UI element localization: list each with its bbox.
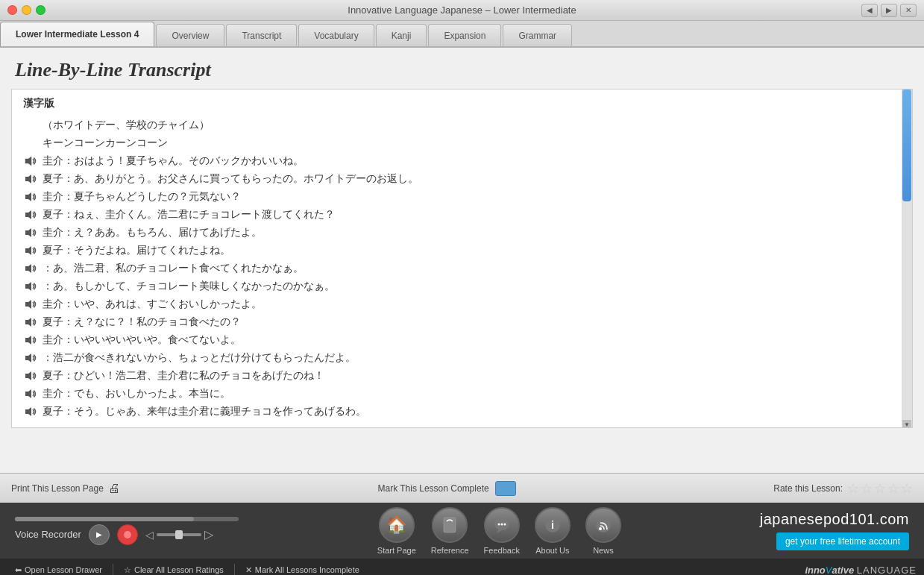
mark-incomplete-button[interactable]: ✕ Mark All Lessons Incomplete bbox=[238, 563, 367, 576]
tab-lesson[interactable]: Lower Intermediate Lesson 4 bbox=[0, 22, 154, 46]
tab-kanji[interactable]: Kanji bbox=[376, 24, 427, 46]
list-item: 圭介：いや、あれは、すごくおいしかったよ。 bbox=[23, 295, 901, 313]
star-clear-icon: ☆ bbox=[124, 565, 131, 575]
clear-ratings-button[interactable]: ☆ Clear All Lesson Ratings bbox=[116, 563, 231, 576]
speaker-icon[interactable] bbox=[23, 263, 38, 274]
svg-point-22 bbox=[599, 527, 602, 530]
action-bar: Print This Lesson Page 🖨 Mark This Lesso… bbox=[0, 473, 924, 503]
list-item: 圭介：夏子ちゃんどうしたの？元気ない？ bbox=[23, 188, 901, 206]
speaker-icon[interactable] bbox=[23, 173, 38, 185]
tab-grammar[interactable]: Grammar bbox=[503, 24, 572, 46]
volume-thumb[interactable] bbox=[175, 530, 183, 539]
svg-text:i: i bbox=[551, 519, 554, 531]
print-button[interactable]: Print This Lesson Page 🖨 bbox=[11, 482, 120, 495]
svg-marker-10 bbox=[25, 336, 31, 345]
list-item: 夏子：そうだよね。届けてくれたよね。 bbox=[23, 242, 901, 260]
star-1[interactable]: ☆ bbox=[847, 480, 859, 497]
close-btn[interactable] bbox=[7, 5, 17, 15]
speaker-icon[interactable] bbox=[23, 155, 38, 167]
info-icon: i bbox=[535, 507, 571, 543]
svg-marker-8 bbox=[25, 300, 31, 309]
star-2[interactable]: ☆ bbox=[861, 480, 873, 497]
star-3[interactable]: ☆ bbox=[874, 480, 886, 497]
transcript-area: 漢字版 （ホワイトデー、学校のチャイム） キーンコーンカーンコーン 圭介：おはよ bbox=[11, 89, 913, 428]
list-item: ：あ、もしかして、チョコレート美味しくなかったのかなぁ。 bbox=[23, 277, 901, 295]
printer-icon: 🖨 bbox=[108, 482, 120, 495]
list-item: 夏子：あ、ありがとう。お父さんに買ってもらったの。ホワイトデーのお返し。 bbox=[23, 170, 901, 188]
list-item: （ホワイトデー、学校のチャイム） bbox=[23, 116, 901, 134]
speaker-icon[interactable] bbox=[23, 209, 38, 221]
volume-track[interactable] bbox=[157, 533, 201, 536]
list-item: 圭介：でも、おいしかったよ。本当に。 bbox=[23, 385, 901, 403]
maximize-btn[interactable] bbox=[36, 5, 45, 15]
speaker-icon[interactable] bbox=[23, 370, 38, 382]
list-item: 夏子：ひどい！浩二君、圭介君に私のチョコをあげたのね！ bbox=[23, 367, 901, 385]
nav-about-us[interactable]: i About Us bbox=[535, 507, 571, 555]
nav-news[interactable]: News bbox=[585, 507, 621, 555]
speaker-icon[interactable] bbox=[23, 298, 38, 310]
forward-button[interactable]: ▶ bbox=[881, 4, 897, 17]
list-item: キーンコーンカーンコーン bbox=[23, 134, 901, 152]
speaker-icon[interactable] bbox=[23, 280, 38, 292]
record-button[interactable] bbox=[117, 524, 138, 545]
list-item: 夏子：ねぇ、圭介くん。浩二君にチョコレート渡してくれた？ bbox=[23, 206, 901, 224]
record-dot bbox=[124, 531, 131, 538]
nav-feedback[interactable]: Feedback bbox=[484, 507, 520, 555]
scrollbar[interactable]: ▲ ▼ bbox=[902, 89, 912, 428]
play-button[interactable]: ▶ bbox=[89, 524, 110, 545]
logo-text: innoVative LANGUAGE bbox=[805, 565, 917, 576]
tab-transcript[interactable]: Transcript bbox=[226, 24, 297, 46]
svg-point-16 bbox=[497, 523, 500, 525]
speaker-icon[interactable] bbox=[23, 406, 38, 418]
navigation-buttons: ◀ ▶ ✕ bbox=[861, 4, 917, 17]
tab-vocabulary[interactable]: Vocabulary bbox=[298, 24, 374, 46]
svg-marker-13 bbox=[25, 389, 31, 398]
svg-marker-2 bbox=[25, 192, 31, 201]
tab-overview[interactable]: Overview bbox=[156, 24, 224, 46]
tab-expansion[interactable]: Expansion bbox=[428, 24, 501, 46]
svg-marker-11 bbox=[25, 354, 31, 362]
scroll-thumb[interactable] bbox=[902, 89, 911, 201]
svg-marker-9 bbox=[25, 318, 31, 327]
innovative-logo: innoVative LANGUAGE bbox=[805, 565, 917, 576]
player-right: japanesepod101.com get your free lifetim… bbox=[760, 511, 909, 550]
voice-recorder: Voice Recorder ▶ ◁ ▷ bbox=[15, 517, 239, 545]
free-account-button[interactable]: get your free lifetime account bbox=[776, 532, 909, 550]
voice-recorder-label: Voice Recorder bbox=[15, 529, 81, 540]
star-5[interactable]: ☆ bbox=[901, 480, 913, 497]
star-4[interactable]: ☆ bbox=[887, 480, 899, 497]
star-rating[interactable]: ☆ ☆ ☆ ☆ ☆ bbox=[847, 480, 913, 497]
footer-bar: ⬅ Open Lesson Drawer ☆ Clear All Lesson … bbox=[0, 559, 924, 575]
speaker-icon[interactable] bbox=[23, 352, 38, 364]
close-window-button[interactable]: ✕ bbox=[900, 4, 917, 17]
speaker-icon[interactable] bbox=[23, 245, 38, 257]
mark-complete-label: Mark This Lesson Complete bbox=[377, 483, 488, 494]
speaker-icon[interactable] bbox=[23, 316, 38, 328]
print-label: Print This Lesson Page bbox=[11, 483, 104, 494]
minimize-btn[interactable] bbox=[22, 5, 31, 15]
rate-label: Rate this Lesson: bbox=[773, 483, 843, 494]
window-controls bbox=[7, 5, 45, 15]
title-bar: Innovative Language Japanese – Lower Int… bbox=[0, 0, 924, 21]
tab-bar: Lower Intermediate Lesson 4 Overview Tra… bbox=[0, 21, 924, 48]
speaker-icon[interactable] bbox=[23, 191, 38, 203]
audio-progress-bar[interactable] bbox=[15, 517, 239, 521]
speaker-icon[interactable] bbox=[23, 334, 38, 346]
speaker-icon[interactable] bbox=[23, 388, 38, 400]
click-listen-link[interactable]: Click here to listen to the entire conve… bbox=[23, 421, 901, 428]
list-item: ：浩二が食べきれないから、ちょっとだけ分けてもらったんだよ。 bbox=[23, 349, 901, 367]
scroll-down[interactable]: ▼ bbox=[902, 420, 911, 428]
rate-section: Rate this Lesson: ☆ ☆ ☆ ☆ ☆ bbox=[773, 480, 913, 497]
list-item: 夏子：そう。じゃあ、来年は圭介君に義理チョコを作ってあげるわ。 bbox=[23, 403, 901, 421]
nav-start-page[interactable]: 🏠 Start Page bbox=[377, 507, 416, 555]
back-button[interactable]: ◀ bbox=[861, 4, 878, 17]
footer-left: ⬅ Open Lesson Drawer ☆ Clear All Lesson … bbox=[7, 563, 367, 576]
open-drawer-button[interactable]: ⬅ Open Lesson Drawer bbox=[7, 563, 110, 576]
speaker-icon[interactable] bbox=[23, 227, 38, 239]
reference-icon bbox=[432, 507, 468, 543]
mark-complete-checkbox[interactable] bbox=[495, 481, 516, 496]
nav-reference[interactable]: Reference bbox=[431, 507, 469, 555]
footer-divider-1 bbox=[113, 564, 113, 575]
list-item: ：あ、浩二君、私のチョコレート食べてくれたかなぁ。 bbox=[23, 260, 901, 277]
progress-fill bbox=[15, 517, 194, 521]
